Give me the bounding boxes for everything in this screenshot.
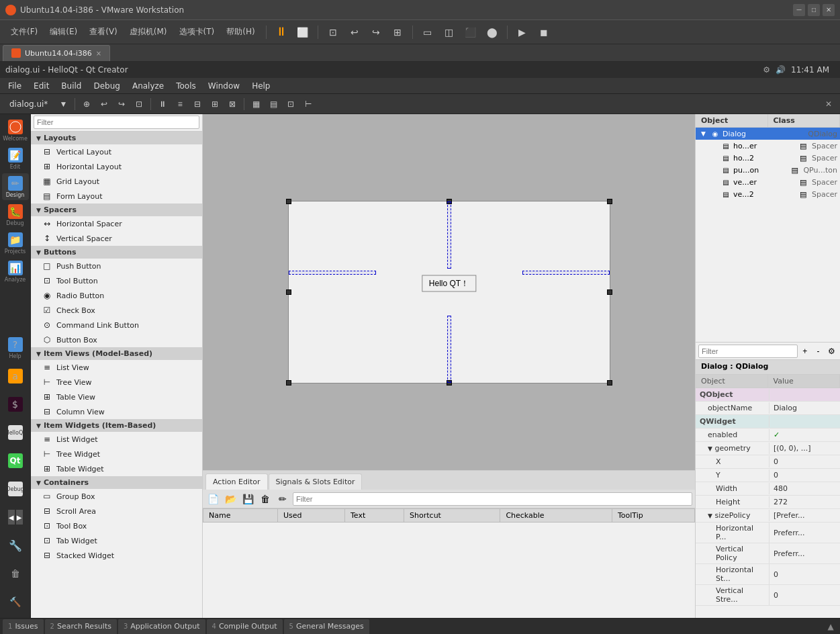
prop-row-x[interactable]: X 0 (696, 455, 840, 469)
widget-category-item-views-(model-based)[interactable]: ▼ Item Views (Model-Based) (31, 347, 202, 360)
bottom-tabs-scroll[interactable]: ▲ (824, 619, 837, 634)
sidebar-terminal[interactable]: $ (2, 391, 29, 418)
widget-item-list-view[interactable]: ≡List View (31, 360, 202, 375)
menu-debug[interactable]: Debug (88, 80, 125, 92)
sidebar-helloqt[interactable]: HelloQt (2, 419, 29, 446)
vm-menu-tab[interactable]: 选项卡(T) (174, 25, 220, 39)
vm-toolbar-btn11[interactable]: ◼ (534, 24, 553, 40)
widget-item-column-view[interactable]: ⊟Column View (31, 404, 202, 419)
editor-btn2[interactable]: ↩ (97, 97, 111, 111)
widget-item-table-view[interactable]: ⊞Table View (31, 390, 202, 404)
action-delete-btn[interactable]: 🗑 (258, 492, 273, 506)
widget-category-layouts[interactable]: ▼ Layouts (31, 132, 202, 144)
widget-category-spacers[interactable]: ▼ Spacers (31, 203, 202, 216)
obj-row-ve...er[interactable]: ▤ ve...er ▤ Spacer (696, 176, 840, 188)
prop-row-y[interactable]: Y 0 (696, 469, 840, 482)
vm-toolbar-btn4[interactable]: ↪ (367, 24, 385, 40)
widget-item-tree-view[interactable]: ⊢Tree View (31, 375, 202, 390)
editor-btn4[interactable]: ⊡ (132, 97, 146, 111)
prop-row-height[interactable]: Height 272 (696, 496, 840, 509)
action-editor-tab[interactable]: Action Editor (205, 473, 268, 490)
widget-filter-input[interactable] (34, 116, 199, 129)
action-edit-btn[interactable]: ✏ (275, 492, 290, 506)
prop-row-objectname[interactable]: objectName Dialog (696, 402, 840, 415)
prop-row-vertical-policy[interactable]: Vertical Policy Preferr... (696, 543, 840, 564)
vm-toolbar-btn3[interactable]: ↩ (345, 24, 364, 40)
editor-close-btn[interactable]: ✕ (821, 97, 836, 111)
vm-toolbar-btn9[interactable]: ⬤ (483, 24, 502, 40)
sidebar-projects[interactable]: 📁 Projects (2, 230, 29, 257)
prop-filter-settings[interactable]: ⚙ (825, 345, 837, 358)
widget-item-tool-box[interactable]: ⊡Tool Box (31, 518, 202, 533)
sidebar-misc-arrows[interactable]: ◀ ▶ (2, 504, 29, 531)
vm-menu-edit[interactable]: 编辑(E) (44, 25, 83, 39)
menu-edit[interactable]: Edit (28, 80, 54, 92)
widget-item-list-widget[interactable]: ≡List Widget (31, 432, 202, 447)
widget-category-item-widgets-(item-based)[interactable]: ▼ Item Widgets (Item-Based) (31, 419, 202, 432)
vm-toolbar-btn10[interactable]: ▶ (513, 24, 532, 40)
sidebar-help[interactable]: ? Help (2, 334, 29, 361)
sidebar-qt[interactable]: Qt (2, 447, 29, 474)
editor-btn3[interactable]: ↪ (114, 97, 129, 111)
menu-analyze[interactable]: Analyze (127, 80, 169, 92)
widget-category-containers[interactable]: ▼ Containers (31, 476, 202, 489)
bottom-tab-general-messages[interactable]: 5General Messages (284, 619, 369, 634)
prop-row-horizontal-st...[interactable]: Horizontal St... 0 (696, 564, 840, 585)
widget-item-radio-button[interactable]: ◉Radio Button (31, 288, 202, 303)
prop-filter-add[interactable]: + (799, 345, 811, 358)
vm-menu-view[interactable]: 查看(V) (84, 25, 123, 39)
widget-item-check-box[interactable]: ☑Check Box (31, 303, 202, 318)
widget-item-tab-widget[interactable]: ⊡Tab Widget (31, 533, 202, 548)
vm-toolbar-btn2[interactable]: ⊡ (324, 24, 342, 40)
obj-row-ho...2[interactable]: ▤ ho...2 ▤ Spacer (696, 152, 840, 164)
handle-ml[interactable] (286, 289, 291, 295)
dialog-widget[interactable]: Hello QT！ (288, 201, 610, 383)
vm-menu-file[interactable]: 文件(F) (5, 25, 43, 39)
menu-build[interactable]: Build (56, 80, 87, 92)
editor-btn10[interactable]: ▦ (248, 97, 263, 111)
obj-row-ve...2[interactable]: ▤ ve...2 ▤ Spacer (696, 188, 840, 200)
widget-item-form-layout[interactable]: ▤Form Layout (31, 189, 202, 203)
vm-toolbar-btn5[interactable]: ⊞ (388, 24, 407, 40)
sidebar-debug[interactable]: 🐛 Debug (2, 201, 29, 228)
menu-window[interactable]: Window (203, 80, 245, 92)
editor-btn13[interactable]: ⊢ (301, 97, 316, 111)
obj-row-ho...er[interactable]: ▤ ho...er ▤ Spacer (696, 140, 840, 152)
editor-btn1[interactable]: ⊕ (79, 97, 94, 111)
widget-item-vertical-spacer[interactable]: ↕Vertical Spacer (31, 231, 202, 246)
editor-btn9[interactable]: ⊠ (225, 97, 240, 111)
widget-item-table-widget[interactable]: ⊞Table Widget (31, 461, 202, 476)
obj-row-Dialog[interactable]: ▼ ◉ Dialog QDialog (696, 128, 840, 140)
vm-toolbar-btn6[interactable]: ▭ (418, 24, 437, 40)
obj-row-pu...on[interactable]: ▤ pu...on ▤ QPu...ton (696, 164, 840, 176)
action-filter-input[interactable] (293, 492, 692, 506)
sidebar-amazon[interactable]: a (2, 363, 29, 390)
handle-bl[interactable] (286, 380, 291, 386)
prop-filter-input[interactable] (698, 345, 798, 358)
bottom-tab-compile-output[interactable]: 4Compile Output (207, 619, 283, 634)
sidebar-trash[interactable]: 🗑 (2, 560, 29, 587)
handle-tl[interactable] (286, 199, 291, 204)
widget-item-vertical-layout[interactable]: ⊟Vertical Layout (31, 144, 202, 159)
widget-item-scroll-area[interactable]: ⊟Scroll Area (31, 504, 202, 518)
widget-item-stacked-widget[interactable]: ⊟Stacked Widget (31, 548, 202, 563)
widget-item-horizontal-spacer[interactable]: ↔Horizontal Spacer (31, 216, 202, 231)
widget-item-group-box[interactable]: ▭Group Box (31, 489, 202, 504)
vm-menu-help[interactable]: 帮助(H) (221, 25, 260, 39)
action-new-btn[interactable]: 📄 (205, 492, 220, 506)
bottom-tab-application-output[interactable]: 3Application Output (118, 619, 205, 634)
editor-btn6[interactable]: ≡ (173, 97, 187, 111)
prop-row-sizepolicy[interactable]: ▼ sizePolicy [Prefer... (696, 509, 840, 523)
sidebar-edit[interactable]: 📝 Edit (2, 145, 29, 172)
prop-row-horizontal-p...[interactable]: Horizontal P... Preferr... (696, 523, 840, 543)
ubuntu-tab-close[interactable]: × (96, 50, 101, 57)
widget-item-tool-button[interactable]: ⊡Tool Button (31, 273, 202, 288)
prop-row-geometry[interactable]: ▼ geometry [(0, 0), ...] (696, 442, 840, 455)
hello-qt-button[interactable]: Hello QT！ (422, 275, 476, 291)
editor-btn5[interactable]: ⏸ (155, 97, 170, 111)
sidebar-design[interactable]: ✏ Design (2, 173, 29, 200)
widget-item-button-box[interactable]: ⬡Button Box (31, 332, 202, 347)
sidebar-wrench[interactable]: 🔧 (2, 532, 29, 559)
menu-tools[interactable]: Tools (171, 80, 201, 92)
design-canvas[interactable]: Hello QT！ (203, 114, 695, 470)
